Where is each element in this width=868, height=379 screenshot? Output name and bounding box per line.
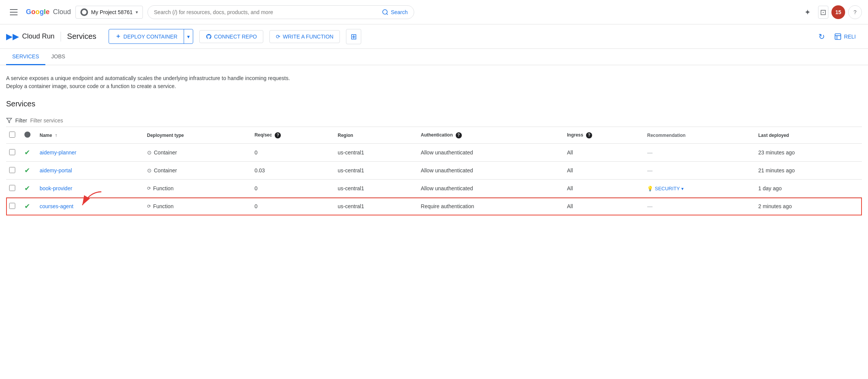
row-req-sec-cell: 0.03	[251, 162, 335, 180]
row-checkbox[interactable]	[9, 185, 15, 191]
function-icon: ⟳	[147, 204, 151, 209]
write-function-button[interactable]: ⟳ WRITE A FUNCTION	[269, 30, 340, 43]
notification-badge[interactable]: 15	[831, 5, 845, 19]
description-line1: A service exposes a unique endpoint and …	[6, 74, 862, 82]
github-icon	[206, 34, 212, 40]
row-deployment-type-cell: ⟳ Function	[144, 180, 251, 198]
tab-services[interactable]: SERVICES	[6, 49, 45, 65]
row-status-cell: ✔	[21, 162, 37, 180]
service-name: Cloud Run	[22, 32, 54, 40]
svg-line-1	[386, 13, 388, 14]
deploy-container-button[interactable]: ＋ DEPLOY CONTAINER	[109, 29, 184, 43]
refresh-button[interactable]: ↻	[818, 32, 825, 41]
deploy-container-icon: ＋	[115, 32, 121, 40]
gemini-icon[interactable]: ✦	[800, 5, 815, 20]
row-region-cell: us-central1	[335, 162, 418, 180]
header-authentication: Authentication ?	[418, 127, 564, 144]
row-name-cell: aidemy-planner	[37, 144, 144, 162]
deploy-container-dropdown[interactable]: ▾	[184, 31, 193, 43]
status-ok-icon: ✔	[24, 185, 30, 192]
service-description: A service exposes a unique endpoint and …	[6, 74, 862, 90]
search-button[interactable]: Search	[382, 9, 408, 16]
chevron-down-icon: ▾	[187, 34, 190, 40]
secondary-navigation: ▶▶ Cloud Run Services ＋ DEPLOY CONTAINER…	[0, 24, 868, 49]
container-icon: ⊙	[147, 149, 152, 156]
row-last-deployed-cell: 23 minutes ago	[755, 144, 862, 162]
row-ingress-cell: All	[564, 144, 644, 162]
security-dropdown-icon[interactable]: ▾	[681, 186, 684, 191]
table-row: ✔ aidemy-portal ⊙ Container 0.03 us-cent…	[6, 162, 862, 180]
row-ingress-cell: All	[564, 198, 644, 215]
svg-marker-5	[6, 118, 11, 123]
cloud-run-logo: ▶▶ Cloud Run	[6, 32, 61, 42]
description-line2: Deploy a container image, source code or…	[6, 82, 862, 90]
service-name-link[interactable]: aidemy-planner	[40, 149, 77, 156]
row-checkbox-cell	[6, 162, 21, 180]
main-content: A service exposes a unique endpoint and …	[0, 65, 868, 225]
connect-repo-button[interactable]: CONNECT REPO	[199, 30, 264, 43]
header-last-deployed: Last deployed	[755, 127, 862, 144]
header-deployment-type: Deployment type	[144, 127, 251, 144]
filter-input[interactable]	[30, 117, 862, 124]
header-recommendation: Recommendation	[644, 127, 755, 144]
service-name-link[interactable]: courses-agent	[40, 203, 74, 209]
auth-help-icon[interactable]: ?	[456, 132, 462, 138]
deploy-container-group: ＋ DEPLOY CONTAINER ▾	[109, 29, 193, 44]
ingress-help-icon[interactable]: ?	[586, 132, 592, 138]
row-recommendation-cell: 💡 SECURITY ▾	[644, 180, 755, 198]
row-name-cell: book-provider	[37, 180, 144, 198]
tab-bar: SERVICES JOBS	[0, 49, 868, 65]
row-deployment-type-cell: ⊙ Container	[144, 162, 251, 180]
header-status	[21, 127, 37, 144]
svg-rect-2	[835, 34, 841, 39]
hamburger-icon	[7, 6, 21, 18]
service-name-link[interactable]: book-provider	[40, 185, 72, 191]
top-navigation: Google Cloud My Project 58761 ▾ Search ✦…	[0, 0, 868, 24]
no-recommendation: —	[647, 203, 652, 209]
no-recommendation: —	[647, 167, 652, 173]
status-ok-icon: ✔	[24, 149, 30, 156]
status-ok-icon: ✔	[24, 202, 30, 210]
grid-view-button[interactable]: ⊞	[346, 29, 361, 44]
project-selector[interactable]: My Project 58761 ▾	[75, 6, 143, 19]
container-icon: ⊙	[147, 167, 152, 173]
table-row: ✔ courses-agent	[6, 198, 862, 215]
select-all-checkbox[interactable]	[9, 132, 15, 138]
filter-label: Filter	[15, 117, 27, 124]
row-recommendation-cell: —	[644, 198, 755, 215]
row-checkbox-cell	[6, 180, 21, 198]
service-name-link[interactable]: aidemy-portal	[40, 167, 72, 173]
terminal-icon[interactable]: ⊡	[818, 6, 828, 19]
row-deployment-type-cell: ⟳ Function	[144, 198, 251, 215]
row-req-sec-cell: 0	[251, 180, 335, 198]
hamburger-menu[interactable]	[6, 5, 21, 20]
status-header-icon	[24, 132, 30, 138]
sort-ascending-icon: ↑	[55, 133, 57, 138]
project-dropdown-icon: ▾	[136, 10, 138, 15]
deployment-type-container: ⊙ Container	[147, 149, 245, 156]
row-checkbox-cell	[6, 198, 21, 215]
row-checkbox[interactable]	[9, 203, 15, 209]
table-header-row: Name ↑ Deployment type Req/sec ? Region …	[6, 127, 862, 144]
table-row: ✔ book-provider ⟳ Function 0 us-central1…	[6, 180, 862, 198]
function-icon: ⟳	[147, 186, 151, 191]
search-bar[interactable]: Search	[147, 5, 414, 19]
cloud-run-icon: ▶▶	[6, 32, 19, 42]
tab-jobs[interactable]: JOBS	[45, 49, 72, 65]
search-icon	[382, 9, 389, 16]
page-title: Services	[67, 32, 102, 41]
row-checkbox[interactable]	[9, 149, 15, 155]
header-ingress: Ingress ?	[564, 127, 644, 144]
row-req-sec-cell: 0	[251, 198, 335, 215]
row-region-cell: us-central1	[335, 180, 418, 198]
header-name[interactable]: Name ↑	[37, 127, 144, 144]
search-input[interactable]	[154, 9, 379, 15]
row-checkbox[interactable]	[9, 167, 15, 173]
help-icon[interactable]: ?	[848, 5, 862, 19]
req-sec-help-icon[interactable]: ?	[275, 132, 281, 138]
reli-button[interactable]: RELI	[828, 30, 862, 43]
row-name-cell: courses-agent	[37, 198, 144, 215]
row-auth-cell: Allow unauthenticated	[418, 144, 564, 162]
row-deployment-type-cell: ⊙ Container	[144, 144, 251, 162]
security-recommendation[interactable]: 💡 SECURITY ▾	[647, 186, 684, 191]
